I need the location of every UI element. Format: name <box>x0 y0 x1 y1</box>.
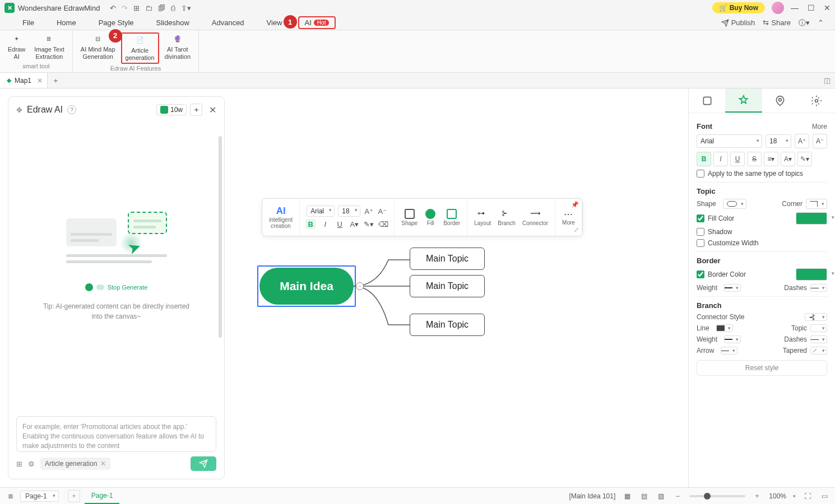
tapered-select[interactable]: ⟋ <box>810 347 827 354</box>
zoom-out-icon[interactable]: − <box>672 491 683 501</box>
line-color-select[interactable] <box>716 324 733 332</box>
share-button[interactable]: ⇆ Share <box>763 18 791 27</box>
border-button[interactable]: Border <box>443 209 460 226</box>
add-token-button[interactable]: ＋ <box>190 104 202 116</box>
remove-chip-icon[interactable]: ✕ <box>100 460 106 468</box>
menu-pagestyle[interactable]: Page Style <box>87 18 145 27</box>
insert-icon[interactable]: ⊞ <box>16 460 22 468</box>
help-icon[interactable]: ? <box>67 105 76 114</box>
open-icon[interactable]: 🗀 <box>145 4 152 12</box>
branch-weight-select[interactable] <box>724 335 741 343</box>
fullscreen-icon[interactable]: ⛶ <box>802 491 813 501</box>
menu-slideshow[interactable]: Slideshow <box>145 18 201 27</box>
tab-map1[interactable]: ◆ Map1 ✕ <box>0 73 48 88</box>
panel-toggle-icon[interactable]: ◫ <box>824 76 835 85</box>
main-idea-node[interactable]: Main Idea <box>259 268 354 305</box>
shadow-check[interactable]: Shadow <box>697 228 827 236</box>
help-icon[interactable]: ⓘ▾ <box>799 18 810 28</box>
font-shrink-button[interactable]: A⁻ <box>813 134 827 148</box>
font-grow-button[interactable]: A⁺ <box>795 134 809 148</box>
clear-format-button[interactable]: ⌫ <box>378 219 388 229</box>
bold-button[interactable]: B <box>697 152 711 166</box>
arrow-select[interactable] <box>721 347 737 354</box>
fill-color-swatch[interactable] <box>796 212 827 225</box>
shape-button[interactable]: Shape <box>401 209 418 226</box>
mode-chip[interactable]: Article generation✕ <box>40 458 110 470</box>
topic-line-select[interactable] <box>810 324 827 332</box>
strike-button[interactable]: S <box>747 152 762 166</box>
topic-node-3[interactable]: Main Topic <box>410 314 485 336</box>
topic-node-2[interactable]: Main Topic <box>410 275 485 297</box>
font-family-select[interactable]: Arial <box>307 206 335 217</box>
close-panel-icon[interactable]: ✕ <box>209 105 216 115</box>
token-chip[interactable]: 10w <box>156 104 187 115</box>
branch-button[interactable]: ⊱Branch <box>498 209 516 226</box>
fill-color-check[interactable]: Fill Color <box>697 212 827 225</box>
article-gen-button[interactable]: 📄Article generation <box>121 32 159 64</box>
tab-format[interactable] <box>725 88 762 113</box>
zoom-value[interactable]: 100% <box>769 492 786 500</box>
align-button[interactable]: ≡▾ <box>764 152 778 166</box>
layout-button[interactable]: ⊶Layout <box>474 209 491 226</box>
tab-location[interactable] <box>762 88 799 113</box>
tab-style[interactable] <box>689 88 725 113</box>
font-increase-icon[interactable]: A⁺ <box>364 206 374 216</box>
connstyle-select[interactable]: ⊰ <box>805 313 827 321</box>
highlight-button[interactable]: ✎▾ <box>364 219 374 229</box>
border-color-swatch[interactable] <box>796 268 827 281</box>
font-more[interactable]: More <box>812 123 827 130</box>
italic-button[interactable]: I <box>320 219 330 229</box>
menu-ai[interactable]: 1 AI Hot <box>298 16 336 29</box>
close-window-icon[interactable]: ✕ <box>824 3 831 12</box>
outline-icon[interactable]: ≣ <box>6 491 16 501</box>
apply-same-type-check[interactable]: Apply to the same type of topics <box>697 170 827 178</box>
move-icon[interactable]: ✥ <box>16 106 22 114</box>
font-size-select[interactable]: 18 <box>766 134 791 148</box>
custom-width-check[interactable]: Customize Width <box>697 239 827 247</box>
ai-mindmap-button[interactable]: 2 ⊟AI Mind Map Generation <box>77 32 119 64</box>
image-text-button[interactable]: 🗎Image Text Extraction <box>31 32 68 62</box>
pin-icon[interactable]: 📌 <box>571 201 579 208</box>
redo-icon[interactable]: ↷ <box>122 4 128 12</box>
border-weight-select[interactable] <box>724 284 741 292</box>
underline-button[interactable]: U <box>730 152 745 166</box>
font-decrease-icon[interactable]: A⁻ <box>377 206 387 216</box>
menu-home[interactable]: Home <box>45 18 87 27</box>
font-size-select[interactable]: 18 <box>338 206 360 217</box>
avatar[interactable] <box>772 2 784 14</box>
send-button[interactable] <box>191 456 216 471</box>
fill-button[interactable]: Fill <box>425 209 435 226</box>
tab-settings[interactable] <box>799 88 835 113</box>
publish-button[interactable]: Publish <box>721 18 755 27</box>
zoom-in-icon[interactable]: ＋ <box>752 491 762 501</box>
page-select[interactable]: Page-1 <box>20 491 59 502</box>
zoom-slider[interactable] <box>689 495 745 497</box>
view1-icon[interactable]: ▦ <box>622 491 632 501</box>
print-icon[interactable]: ⎙ <box>171 4 175 12</box>
corner-select[interactable] <box>806 199 827 209</box>
undo-icon[interactable]: ↶ <box>110 4 116 12</box>
underline-button[interactable]: U <box>335 219 345 229</box>
view2-icon[interactable]: ▤ <box>639 491 649 501</box>
highlight-button[interactable]: ✎▾ <box>797 152 812 166</box>
export-icon[interactable]: ⇪▾ <box>181 4 191 12</box>
topic-node-1[interactable]: Main Topic <box>410 248 485 270</box>
add-tab-button[interactable]: ＋ <box>48 76 63 86</box>
collapse-handle[interactable]: − <box>356 282 364 290</box>
branch-dashes-select[interactable] <box>810 335 827 343</box>
settings-icon[interactable]: ⚙ <box>28 460 35 468</box>
expand-icon[interactable]: ⤢ <box>574 226 579 234</box>
ft-ai-group[interactable]: AI intelligent creation <box>262 199 300 236</box>
reset-style-button[interactable]: Reset style <box>697 360 827 376</box>
add-page-button[interactable]: ＋ <box>68 490 80 502</box>
page-tab-1[interactable]: Page-1 <box>85 488 120 504</box>
save-icon[interactable]: 🗐 <box>158 4 165 12</box>
menu-advanced[interactable]: Advanced <box>201 18 256 27</box>
border-dashes-select[interactable] <box>810 284 827 292</box>
bold-button[interactable]: B <box>305 219 316 229</box>
buy-now-button[interactable]: 🛒 Buy Now <box>712 2 765 13</box>
view3-icon[interactable]: ▧ <box>656 491 666 501</box>
shape-select[interactable] <box>723 199 746 209</box>
minimize-icon[interactable]: — <box>791 3 799 12</box>
ai-tarot-button[interactable]: 🔮AI Tarot divination <box>161 32 194 64</box>
